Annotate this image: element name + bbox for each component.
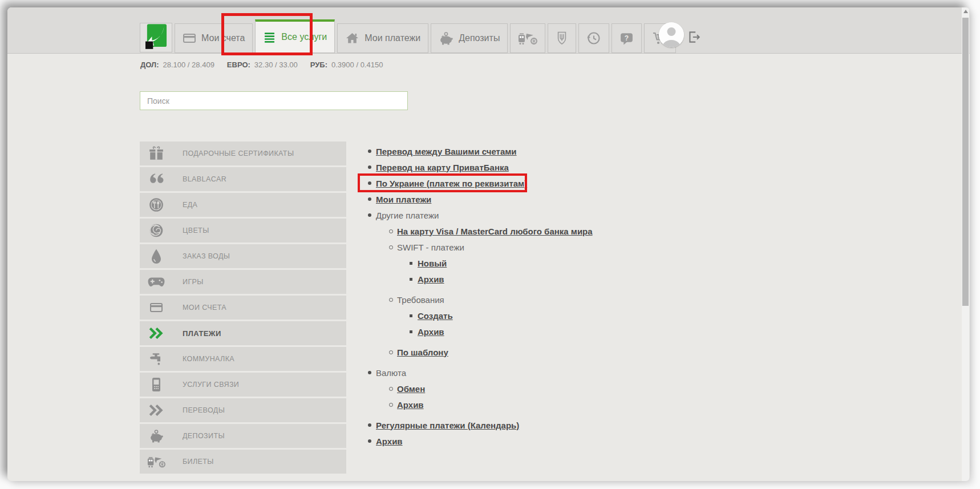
menu-item-6: SWIFT - платежи	[368, 242, 665, 252]
currency-rates: ДОЛ:28.100 / 28.409ЕВРО:32.30 / 33.00РУБ…	[140, 60, 383, 69]
bullet-level-1	[368, 371, 376, 374]
tab-все-услуги[interactable]: Все услуги	[255, 19, 335, 53]
bullet-level-1	[368, 197, 376, 201]
menu-item-8[interactable]: Архив	[368, 274, 665, 284]
menu-text: Другие платежи	[376, 211, 439, 220]
tab-trident-icon[interactable]	[548, 23, 576, 53]
sidebar-item-label: ПОДАРОЧНЫЕ СЕРТИФИКАТЫ	[183, 149, 294, 157]
menu-link[interactable]: Архив	[418, 327, 444, 337]
sidebar-item-label: ДЕПОЗИТЫ	[183, 432, 225, 440]
tab-мои-счета[interactable]: Мои счета	[175, 23, 253, 53]
menu-link[interactable]: Перевод на карту ПриватБанка	[376, 163, 509, 172]
menu-item-15[interactable]: Архив	[368, 399, 665, 410]
menu-item-16[interactable]: Регулярные платежи (Календарь)	[368, 420, 665, 430]
menu-link[interactable]: По шаблону	[397, 347, 448, 357]
sidebar-item-1[interactable]: BLABLACAR	[140, 167, 346, 191]
menu-link[interactable]: Мои платежи	[376, 195, 431, 204]
top-navigation-bar: Мои счетаВсе услугиМои платежиДепозиты?	[7, 7, 970, 54]
piggy-bank-icon	[147, 429, 165, 443]
tab-history-icon[interactable]	[578, 23, 609, 53]
menu-link[interactable]: Архив	[397, 400, 424, 410]
help-icon: ?	[619, 31, 634, 46]
menu-item-5[interactable]: На карту Visa / MasterCard любого банка …	[368, 226, 665, 236]
menu-item-0[interactable]: Перевод между Вашими счетами	[368, 146, 665, 156]
menu-link[interactable]: Архив	[376, 437, 403, 446]
sidebar-item-11[interactable]: ДЕПОЗИТЫ	[140, 424, 346, 448]
sidebar-item-10[interactable]: ПЕРЕВОДЫ	[140, 398, 346, 422]
sidebar-item-7[interactable]: ПЛАТЕЖИ	[140, 321, 346, 345]
menu-item-3[interactable]: Мои платежи	[368, 194, 665, 204]
currency-value: 28.100 / 28.409	[163, 60, 214, 69]
bullet-level-1	[368, 165, 376, 169]
bullet-level-2	[389, 298, 397, 302]
sidebar-item-label: МОИ СЧЕТА	[183, 304, 226, 312]
tab-мои-платежи[interactable]: Мои платежи	[337, 23, 428, 53]
privatbank-logo[interactable]	[140, 23, 172, 52]
bullet-level-1	[368, 149, 376, 153]
currency-rate: ДОЛ:28.100 / 28.409	[140, 60, 214, 69]
menu-link[interactable]: Создать	[418, 311, 453, 321]
bullet-level-2	[389, 350, 397, 354]
menu-link[interactable]: Обмен	[397, 384, 425, 394]
sidebar-item-6[interactable]: МОИ СЧЕТА	[140, 296, 346, 320]
tab-help-icon[interactable]: ?	[612, 23, 642, 53]
tab-tickets-icon[interactable]	[510, 23, 545, 53]
menu-item-7[interactable]: Новый	[368, 258, 665, 268]
menu-link[interactable]: На карту Visa / MasterCard любого банка …	[397, 227, 593, 236]
menu-item-10[interactable]: Создать	[368, 310, 665, 321]
menu-item-1[interactable]: Перевод на карту ПриватБанка	[368, 162, 665, 172]
sidebar-item-label: БИЛЕТЫ	[183, 458, 214, 466]
sidebar-item-4[interactable]: ЗАКАЗ ВОДЫ	[140, 244, 346, 268]
tickets-icon	[147, 454, 165, 469]
menu-link[interactable]: Новый	[418, 258, 447, 268]
menu-item-9: Требования	[368, 294, 665, 305]
sidebar-item-9[interactable]: УСЛУГИ СВЯЗИ	[140, 373, 346, 397]
menu-item-11[interactable]: Архив	[368, 326, 665, 337]
sidebar-item-5[interactable]: ИГРЫ	[140, 270, 346, 294]
svg-text:?: ?	[625, 34, 629, 42]
menu-item-13: Валюта	[368, 367, 665, 378]
menu-link[interactable]: Архив	[418, 274, 444, 284]
sidebar-item-12[interactable]: БИЛЕТЫ	[140, 450, 346, 474]
sidebar-item-2[interactable]: ЕДА	[140, 193, 346, 217]
trident-icon	[556, 31, 568, 46]
scrollbar-thumb[interactable]	[962, 18, 969, 306]
app-window: Мои счетаВсе услугиМои платежиДепозиты? …	[7, 7, 970, 481]
sidebar-item-3[interactable]: ЦВЕТЫ	[140, 219, 346, 243]
menu-link[interactable]: Регулярные платежи (Календарь)	[376, 421, 519, 430]
menu-item-14[interactable]: Обмен	[368, 383, 665, 394]
scrollbar-up-arrow[interactable]	[962, 10, 969, 17]
sidebar-item-label: ПЛАТЕЖИ	[183, 329, 221, 338]
tab-label: Все услуги	[281, 32, 327, 42]
history-icon	[586, 31, 601, 46]
sidebar-item-label: ПЕРЕВОДЫ	[183, 406, 225, 414]
payments-menu: Перевод между Вашими счетамиПеревод на к…	[368, 146, 665, 452]
faucet-icon	[147, 351, 165, 366]
avatar[interactable]	[659, 22, 684, 47]
menu-item-4: Другие платежи	[368, 210, 665, 220]
food-icon	[147, 197, 165, 213]
tab-депозиты[interactable]: Депозиты	[431, 23, 508, 53]
double-chevron-icon	[147, 326, 165, 341]
piggy-bank-icon	[439, 31, 453, 46]
sidebar-item-label: КОММУНАЛКА	[183, 355, 234, 363]
currency-label: ЕВРО:	[227, 60, 250, 69]
vertical-scrollbar[interactable]	[962, 7, 969, 481]
menu-item-17[interactable]: Архив	[368, 436, 665, 446]
menu-item-2[interactable]: По Украине (платеж по реквизитам)	[368, 178, 665, 188]
menu-link[interactable]: По Украине (платеж по реквизитам)	[376, 179, 527, 188]
sidebar-item-label: ЦВЕТЫ	[183, 227, 209, 235]
menu-text: SWIFT - платежи	[397, 243, 464, 252]
credit-card-icon	[147, 301, 165, 314]
search-input[interactable]	[140, 91, 408, 110]
logout-icon[interactable]	[687, 30, 702, 47]
sidebar-item-8[interactable]: КОММУНАЛКА	[140, 347, 346, 371]
sidebar-item-0[interactable]: ПОДАРОЧНЫЕ СЕРТИФИКАТЫ	[140, 142, 346, 165]
menu-item-12[interactable]: По шаблону	[368, 347, 665, 357]
tab-bar: Мои счетаВсе услугиМои платежиДепозиты?	[175, 7, 676, 53]
menu-link[interactable]: Перевод между Вашими счетами	[376, 147, 517, 156]
mobile-phone-icon	[147, 377, 165, 393]
tab-label: Мои счета	[201, 33, 245, 43]
bullet-level-1	[368, 439, 376, 443]
currency-label: ДОЛ:	[140, 60, 159, 69]
